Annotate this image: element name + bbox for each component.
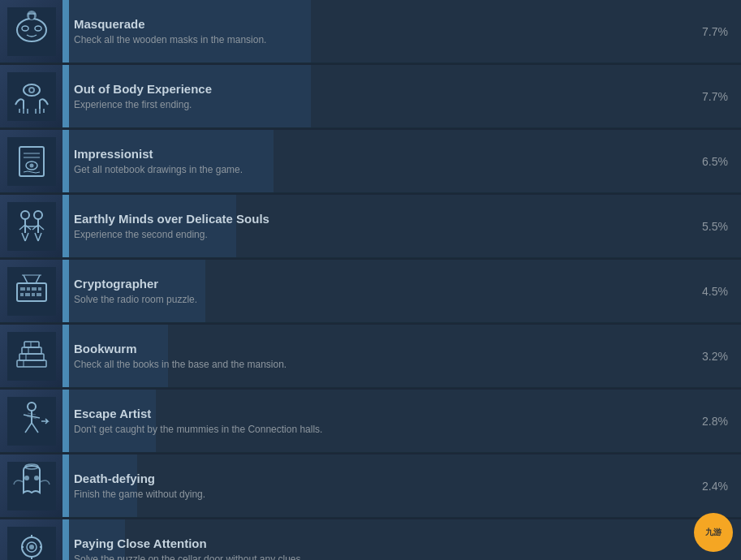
achievement-icon-escape: [0, 390, 62, 452]
achievement-content-paying: Paying Close Attention Solve the puzzle …: [62, 519, 684, 560]
achievement-row: Masquerade Check all the wooden masks in…: [0, 0, 741, 63]
achievement-icon-cryptographer: [0, 260, 62, 322]
achievement-desc: Finish the game without dying.: [74, 489, 673, 500]
achievement-percent: 5.5%: [684, 195, 741, 257]
achievement-icon-death: [0, 454, 62, 517]
achievement-row: Earthly Minds over Delicate Souls Experi…: [0, 195, 741, 258]
watermark-logo: 九游: [694, 513, 733, 552]
achievement-row: Bookwurm Check all the books in the base…: [0, 325, 741, 388]
achievement-desc: Get all notebook drawings in the game.: [74, 164, 673, 175]
achievement-name: Earthly Minds over Delicate Souls: [74, 212, 673, 226]
svg-point-69: [34, 476, 39, 480]
svg-rect-43: [20, 293, 24, 296]
svg-rect-40: [27, 287, 30, 291]
achievement-name: Masquerade: [74, 17, 673, 31]
achievement-row: Paying Close Attention Solve the puzzle …: [0, 519, 741, 560]
achievement-name: Escape Artist: [74, 407, 673, 420]
achievement-desc: Check all the books in the base and the …: [74, 359, 673, 370]
achievement-percent: 6.5%: [684, 130, 741, 192]
achievement-name: Bookwurm: [74, 342, 673, 355]
achievement-desc: Experience the second ending.: [74, 229, 673, 240]
svg-rect-37: [7, 267, 56, 316]
achievement-icon-bookwurm: [0, 325, 62, 387]
achievement-desc: Solve the radio room puzzle.: [74, 294, 673, 305]
svg-point-68: [24, 476, 29, 480]
achievement-desc: Solve the puzzle on the cellar door with…: [74, 554, 673, 560]
svg-point-74: [29, 545, 34, 549]
achievement-percent: 7.7%: [684, 65, 741, 127]
svg-rect-44: [25, 293, 30, 296]
svg-rect-39: [20, 287, 25, 291]
achievement-icon-masquerade: [0, 0, 62, 62]
achievement-percent: 2.4%: [684, 454, 741, 517]
achievement-desc: Check all the wooden masks in the mansio…: [74, 34, 673, 45]
achievement-name: Out of Body Experience: [74, 82, 673, 96]
svg-point-22: [29, 163, 33, 167]
achievement-content-escape: Escape Artist Don't get caught by the mu…: [62, 390, 684, 452]
achievement-content-impressionist: Impressionist Get all notebook drawings …: [62, 130, 684, 192]
svg-rect-46: [37, 293, 41, 296]
achievement-desc: Don't get caught by the mummies in the C…: [74, 424, 673, 435]
achievement-row: Cryptographer Solve the radio room puzzl…: [0, 260, 741, 323]
svg-rect-71: [7, 527, 56, 561]
achievement-row: Out of Body Experience Experience the fi…: [0, 65, 741, 128]
achievement-list: Masquerade Check all the wooden masks in…: [0, 0, 741, 560]
achievement-name: Death-defying: [74, 472, 673, 485]
svg-rect-50: [7, 332, 56, 381]
achievement-name: Cryptographer: [74, 277, 673, 291]
achievement-content-masquerade: Masquerade Check all the wooden masks in…: [62, 0, 684, 62]
achievement-content-obe: Out of Body Experience Experience the fi…: [62, 65, 684, 127]
achievement-row: Impressionist Get all notebook drawings …: [0, 130, 741, 193]
achievement-content-bookwurm: Bookwurm Check all the books in the base…: [62, 325, 684, 387]
achievement-percent: 4.5%: [684, 260, 741, 322]
achievement-content-death: Death-defying Finish the game without dy…: [62, 454, 684, 517]
achievement-icon-obe: [0, 65, 62, 127]
svg-rect-45: [32, 293, 35, 296]
achievement-name: Paying Close Attention: [74, 536, 673, 550]
achievement-row: Death-defying Finish the game without dy…: [0, 454, 741, 518]
achievement-percent: 3.2%: [684, 325, 741, 387]
achievement-percent: 2.8%: [684, 390, 741, 452]
achievement-content-earthly: Earthly Minds over Delicate Souls Experi…: [62, 195, 684, 257]
svg-point-10: [30, 88, 33, 92]
achievement-content-cryptographer: Cryptographer Solve the radio room puzzl…: [62, 260, 684, 322]
achievement-icon-paying: [0, 519, 62, 560]
achievement-icon-earthly: [0, 195, 62, 257]
achievement-desc: Experience the first ending.: [74, 99, 673, 110]
achievement-icon-impressionist: [0, 130, 62, 192]
achievement-name: Impressionist: [74, 147, 673, 161]
svg-rect-41: [32, 287, 37, 291]
achievement-row: Escape Artist Don't get caught by the mu…: [0, 390, 741, 453]
achievement-percent: 7.7%: [684, 0, 741, 62]
svg-rect-42: [38, 287, 41, 291]
